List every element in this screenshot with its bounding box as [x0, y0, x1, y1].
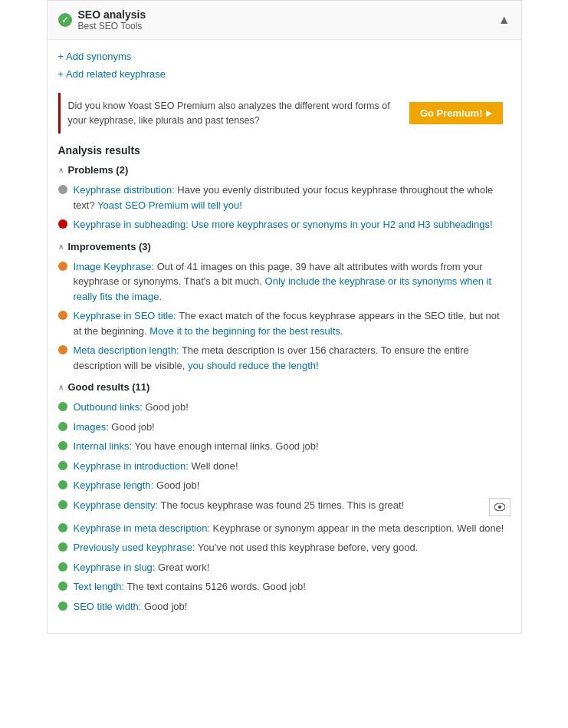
dot-orange — [58, 262, 67, 271]
seo-title-width-link[interactable]: SEO title width: — [74, 601, 142, 612]
dot-green — [58, 461, 67, 470]
outbound-links-link[interactable]: Outbound links: — [74, 401, 143, 413]
dot-green — [58, 523, 67, 532]
item-text: Internal links: You have enough internal… — [74, 439, 511, 454]
problems-label: Problems (2) — [68, 164, 129, 176]
svg-point-1 — [497, 506, 501, 509]
reduce-length-link[interactable]: you should reduce the length! — [188, 360, 319, 371]
list-item: Meta description length: The meta descri… — [58, 341, 511, 375]
list-item: Previously used keyphrase: You've not us… — [58, 538, 511, 558]
dot-green — [58, 562, 67, 572]
list-item: Keyphrase in subheading: Use more keyphr… — [58, 215, 511, 235]
dot-green — [58, 601, 67, 611]
add-synonyms-link[interactable]: + Add synonyms — [58, 48, 511, 65]
yoast-premium-link[interactable]: Yoast SEO Premium will tell you! — [97, 199, 242, 211]
keyphrase-meta-description-link[interactable]: Keyphrase in meta description: — [74, 522, 210, 534]
keyphrase-density-row: Keyphrase density: The focus keyphrase w… — [74, 498, 511, 516]
problems-section: ∧ Problems (2) Keyphrase distribution: H… — [58, 164, 511, 235]
problems-list: Keyphrase distribution: Have you evenly … — [58, 180, 511, 235]
status-icon — [58, 13, 72, 27]
keyphrase-subheading-link[interactable]: Keyphrase in subheading: — [74, 219, 189, 230]
meta-description-length-link[interactable]: Meta description length: — [74, 344, 179, 356]
panel-body: + Add synonyms + Add related keyphrase D… — [48, 40, 521, 633]
item-text: Text length: The text contains 5126 word… — [74, 579, 511, 595]
keyphrase-seo-title-link[interactable]: Keyphrase in SEO title: — [74, 310, 176, 321]
internal-links-link[interactable]: Internal links: — [74, 440, 133, 452]
item-text: Meta description length: The meta descri… — [74, 343, 511, 373]
keyphrase-introduction-link[interactable]: Keyphrase in introduction: — [74, 460, 189, 472]
dot-green — [58, 422, 67, 431]
go-premium-button[interactable]: Go Premium! — [409, 102, 503, 124]
improvements-section: ∧ Improvements (3) Image Keyphrase: Out … — [58, 241, 511, 376]
good-results-section: ∧ Good results (11) Outbound links: Good… — [58, 381, 511, 616]
item-text: Keyphrase in subheading: Use more keyphr… — [74, 217, 511, 232]
item-text: Keyphrase length: Good job! — [74, 478, 511, 493]
list-item: Keyphrase length: Good job! — [58, 476, 511, 496]
item-text: Outbound links: Good job! — [74, 400, 511, 415]
previously-used-keyphrase-link[interactable]: Previously used keyphrase: — [74, 542, 195, 553]
premium-notice-text: Did you know Yoast SEO Premium also anal… — [68, 99, 402, 128]
eye-button[interactable] — [489, 498, 511, 516]
list-item: Keyphrase in slug: Great work! — [58, 558, 511, 578]
header-left: SEO analysis Best SEO Tools — [58, 8, 146, 31]
list-item: Keyphrase in SEO title: The exact match … — [58, 306, 511, 341]
problems-chevron: ∧ — [58, 166, 64, 174]
collapse-button[interactable]: ▲ — [498, 13, 511, 27]
good-results-section-header[interactable]: ∧ Good results (11) — [58, 381, 511, 393]
improvements-label: Improvements (3) — [68, 241, 151, 252]
item-text: Keyphrase in SEO title: The exact match … — [74, 308, 511, 338]
panel-header: SEO analysis Best SEO Tools ▲ — [48, 1, 521, 40]
keyphrase-length-link[interactable]: Keyphrase length: — [74, 479, 154, 491]
list-item: Internal links: You have enough internal… — [58, 436, 511, 456]
dot-green — [58, 402, 67, 411]
item-text: Images: Good job! — [74, 420, 511, 435]
use-more-keyphrases-link[interactable]: Use more keyphrases or synonyms in your … — [191, 219, 492, 230]
good-results-chevron: ∧ — [58, 383, 64, 391]
item-text: SEO title width: Good job! — [74, 599, 511, 614]
images-link[interactable]: Images: — [74, 421, 109, 433]
keyphrase-density-link[interactable]: Keyphrase density: — [74, 499, 159, 511]
item-text: Keyphrase distribution: Have you evenly … — [74, 183, 511, 212]
add-related-link[interactable]: + Add related keyphrase — [58, 65, 511, 83]
dot-green — [58, 581, 67, 591]
panel-title: SEO analysis — [78, 8, 146, 21]
list-item: Keyphrase distribution: Have you evenly … — [58, 180, 511, 215]
dot-green — [58, 480, 67, 489]
move-it-link[interactable]: Move it to the beginning for the best re… — [149, 325, 343, 337]
improvements-list: Image Keyphrase: Out of 41 images on thi… — [58, 257, 511, 376]
list-item: Images: Good job! — [58, 417, 511, 437]
dot-green — [58, 441, 67, 450]
item-text: Previously used keyphrase: You've not us… — [74, 540, 511, 555]
improvements-section-header[interactable]: ∧ Improvements (3) — [58, 241, 511, 252]
dot-orange — [58, 345, 67, 354]
good-results-label: Good results (11) — [68, 381, 150, 393]
list-item: SEO title width: Good job! — [58, 597, 511, 617]
analysis-results-title: Analysis results — [58, 144, 511, 156]
improvements-chevron: ∧ — [58, 242, 64, 251]
list-item: Image Keyphrase: Out of 41 images on thi… — [58, 257, 511, 307]
dot-red — [58, 219, 67, 229]
title-group: SEO analysis Best SEO Tools — [78, 8, 146, 31]
keyphrase-distribution-link[interactable]: Keyphrase distribution: — [74, 184, 175, 196]
item-text: Keyphrase in introduction: Well done! — [74, 459, 511, 474]
seo-analysis-panel: SEO analysis Best SEO Tools ▲ + Add syno… — [47, 0, 522, 634]
list-item: Outbound links: Good job! — [58, 397, 511, 417]
dot-gray — [58, 185, 67, 194]
item-text: Keyphrase in slug: Great work! — [74, 560, 511, 575]
dot-green — [58, 500, 67, 509]
problems-section-header[interactable]: ∧ Problems (2) — [58, 164, 511, 176]
eye-icon — [494, 503, 505, 511]
list-item: Text length: The text contains 5126 word… — [58, 577, 511, 597]
dot-orange — [58, 311, 67, 320]
add-links-group: + Add synonyms + Add related keyphrase — [58, 48, 511, 84]
image-keyphrase-link[interactable]: Image Keyphrase: — [74, 261, 155, 272]
only-include-link[interactable]: Only include the keyphrase or its synony… — [74, 275, 492, 302]
item-text: Keyphrase density: The focus keyphrase w… — [74, 498, 483, 513]
premium-notice: Did you know Yoast SEO Premium also anal… — [58, 93, 511, 134]
keyphrase-slug-link[interactable]: Keyphrase in slug: — [74, 562, 156, 573]
list-item: Keyphrase density: The focus keyphrase w… — [58, 496, 511, 519]
text-length-link[interactable]: Text length: — [74, 581, 125, 592]
good-results-list: Outbound links: Good job! Images: Good j… — [58, 397, 511, 616]
list-item: Keyphrase in introduction: Well done! — [58, 456, 511, 476]
item-text: Keyphrase in meta description: Keyphrase… — [74, 521, 511, 536]
